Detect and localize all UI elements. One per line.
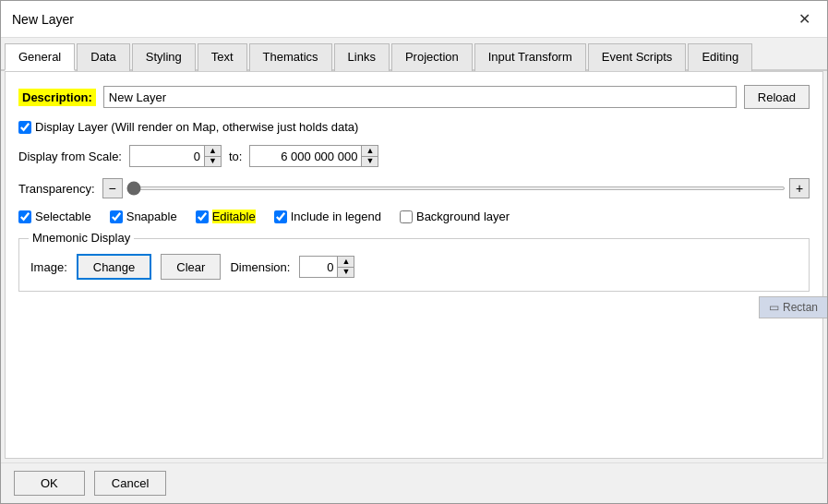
tab-general[interactable]: General: [5, 43, 75, 71]
background-layer-checkbox-label[interactable]: Background layer: [400, 210, 510, 223]
display-layer-checkbox-label[interactable]: Display Layer (Will render on Map, other…: [18, 120, 358, 134]
scale-to-label: to:: [229, 150, 242, 163]
scale-to-up-button[interactable]: ▲: [361, 146, 378, 157]
dimension-label: Dimension:: [230, 260, 290, 274]
scale-from-spin-buttons: ▲ ▼: [204, 146, 221, 166]
dimension-down-button[interactable]: ▼: [337, 268, 354, 278]
image-label: Image:: [30, 260, 67, 274]
snapable-text: Snapable: [126, 210, 177, 223]
dimension-input[interactable]: [300, 257, 337, 277]
transparency-minus-button[interactable]: −: [102, 178, 123, 198]
main-content: Description: Reload Display Layer (Will …: [5, 71, 823, 459]
reload-button[interactable]: Reload: [744, 85, 810, 109]
scale-from-up-button[interactable]: ▲: [204, 146, 221, 157]
dimension-spinner: ▲ ▼: [299, 256, 354, 278]
mnemonic-content: Image: Change Clear Dimension: ▲ ▼: [30, 254, 798, 280]
transparency-row: Transparency: − +: [18, 178, 810, 198]
rectangle-text: Rectan: [783, 301, 818, 314]
rectangle-hint: ▭ Rectan: [759, 296, 827, 318]
display-layer-checkbox[interactable]: [18, 121, 31, 134]
scale-label: Display from Scale:: [18, 150, 122, 163]
scale-row: Display from Scale: ▲ ▼ to: ▲ ▼: [18, 145, 810, 167]
transparency-label: Transparency:: [18, 182, 95, 196]
tab-projection[interactable]: Projection: [391, 43, 473, 71]
cancel-button[interactable]: Cancel: [94, 471, 166, 496]
selectable-checkbox[interactable]: [18, 210, 31, 223]
scale-from-input[interactable]: [130, 146, 204, 166]
rectangle-icon: ▭: [769, 301, 779, 314]
dialog: New Layer ✕ General Data Styling Text Th…: [0, 0, 828, 504]
snapable-checkbox[interactable]: [110, 210, 123, 223]
transparency-slider-container: − +: [102, 178, 810, 198]
title-bar: New Layer ✕: [1, 1, 827, 38]
checkboxes-row: Selectable Snapable Editable Include in …: [18, 210, 810, 223]
tab-editing[interactable]: Editing: [688, 43, 752, 71]
background-layer-checkbox[interactable]: [400, 210, 413, 223]
tab-event-scripts[interactable]: Event Scripts: [588, 43, 687, 71]
include-legend-text: Include in legend: [291, 210, 381, 223]
scale-to-spinner: ▲ ▼: [249, 145, 378, 167]
include-legend-checkbox[interactable]: [274, 210, 287, 223]
dimension-up-button[interactable]: ▲: [337, 257, 354, 268]
content-spacer: [18, 303, 810, 445]
selectable-checkbox-label[interactable]: Selectable: [18, 210, 91, 223]
mnemonic-legend-label: Mnemonic Display: [29, 231, 134, 245]
description-input[interactable]: [103, 86, 737, 108]
description-row: Description: Reload: [18, 85, 810, 109]
scale-to-input[interactable]: [250, 146, 361, 166]
display-layer-text: Display Layer (Will render on Map, other…: [35, 120, 358, 134]
background-layer-text: Background layer: [416, 210, 510, 223]
selectable-text: Selectable: [35, 210, 91, 223]
close-button[interactable]: ✕: [793, 8, 816, 30]
mnemonic-display-group: Mnemonic Display Image: Change Clear Dim…: [18, 238, 810, 292]
description-label: Description:: [18, 89, 96, 106]
tab-text[interactable]: Text: [198, 43, 247, 71]
tab-data[interactable]: Data: [77, 43, 129, 71]
tab-thematics[interactable]: Thematics: [249, 43, 332, 71]
display-layer-row: Display Layer (Will render on Map, other…: [18, 120, 810, 134]
change-button[interactable]: Change: [77, 254, 152, 280]
scale-to-spin-buttons: ▲ ▼: [361, 146, 378, 166]
bottom-bar: OK Cancel: [1, 462, 827, 503]
scale-from-spinner: ▲ ▼: [129, 145, 222, 167]
tab-bar: General Data Styling Text Thematics Link…: [1, 38, 827, 71]
clear-button[interactable]: Clear: [161, 254, 221, 280]
editable-text: Editable: [212, 210, 256, 223]
dialog-title: New Layer: [12, 12, 74, 27]
editable-checkbox[interactable]: [196, 210, 209, 223]
include-legend-checkbox-label[interactable]: Include in legend: [274, 210, 381, 223]
scale-to-down-button[interactable]: ▼: [361, 157, 378, 167]
ok-button[interactable]: OK: [14, 471, 85, 496]
tab-input-transform[interactable]: Input Transform: [474, 43, 586, 71]
tab-styling[interactable]: Styling: [132, 43, 196, 71]
snapable-checkbox-label[interactable]: Snapable: [110, 210, 177, 223]
editable-checkbox-label[interactable]: Editable: [196, 210, 256, 223]
transparency-plus-button[interactable]: +: [789, 178, 810, 198]
transparency-slider[interactable]: [126, 186, 786, 190]
tab-links[interactable]: Links: [334, 43, 390, 71]
scale-from-down-button[interactable]: ▼: [204, 157, 221, 167]
dimension-spin-buttons: ▲ ▼: [337, 257, 354, 277]
